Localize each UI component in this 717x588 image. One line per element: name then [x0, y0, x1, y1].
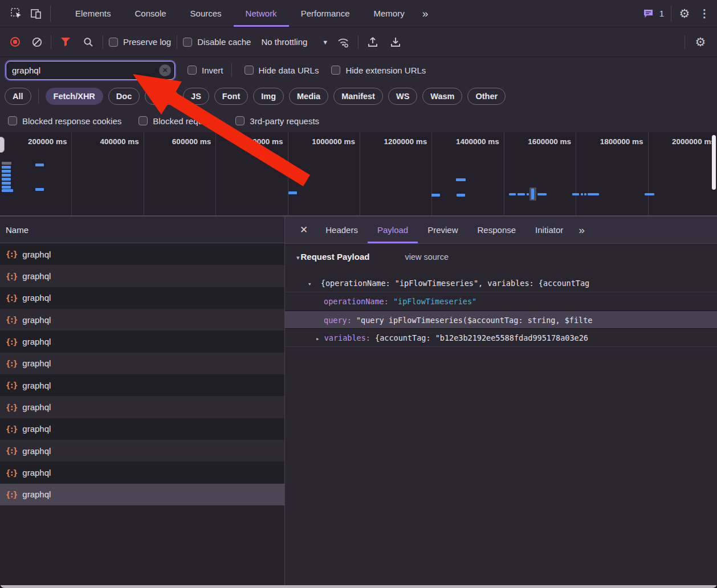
- panel-tab[interactable]: Elements: [63, 0, 123, 27]
- request-row[interactable]: {:} graphql: [0, 440, 284, 462]
- timeline-scrollbar-thumb[interactable]: [712, 135, 716, 190]
- detail-tabs: HeadersPayloadPreviewResponseInitiator: [316, 217, 573, 243]
- request-row[interactable]: {:} graphql: [0, 418, 284, 440]
- disable-cache-toggle[interactable]: Disable cache: [183, 37, 251, 47]
- hide-extension-urls-checkbox[interactable]: [331, 66, 340, 75]
- request-row[interactable]: {:} graphql: [0, 374, 284, 396]
- timeline-bar: [588, 193, 599, 195]
- panel-tab[interactable]: Sources: [178, 0, 234, 27]
- filter-toggle-button[interactable]: [57, 32, 74, 52]
- timeline-tick-label: 1600000 ms: [504, 132, 576, 215]
- request-row[interactable]: {:} graphql: [0, 396, 284, 418]
- detail-tab[interactable]: Preview: [418, 217, 467, 243]
- request-type-chip[interactable]: JS: [183, 88, 209, 105]
- request-details-panel: ✕ HeadersPayloadPreviewResponseInitiator…: [285, 217, 717, 588]
- record-network-log-button[interactable]: [10, 37, 20, 47]
- detail-tab[interactable]: Payload: [368, 217, 418, 243]
- request-row[interactable]: {:} graphql: [0, 265, 284, 287]
- request-row[interactable]: {:} graphql: [0, 309, 284, 330]
- hide-data-urls-toggle[interactable]: Hide data URLs: [245, 66, 319, 75]
- json-object-icon: {:}: [6, 359, 17, 368]
- hide-extension-urls-toggle[interactable]: Hide extension URLs: [331, 66, 426, 75]
- invert-filter-toggle[interactable]: Invert: [188, 66, 223, 75]
- payload-query-row[interactable]: query: "query ipFlowTimeseries($accountT…: [285, 311, 717, 329]
- gear-icon: ⚙: [695, 36, 706, 48]
- blocked-requests-toggle[interactable]: Blocked requests: [138, 116, 218, 126]
- close-details-button[interactable]: ✕: [292, 217, 316, 243]
- hide-data-urls-checkbox[interactable]: [245, 66, 254, 75]
- request-type-chip[interactable]: Other: [467, 88, 506, 105]
- request-type-chip[interactable]: Wasm: [422, 88, 462, 105]
- request-type-chip[interactable]: Manifest: [333, 88, 383, 105]
- customize-devtools-button[interactable]: ⋮: [698, 4, 711, 23]
- invert-checkbox[interactable]: [188, 66, 197, 75]
- panel-tab[interactable]: Network: [234, 0, 289, 27]
- third-party-checkbox[interactable]: [235, 116, 245, 125]
- request-type-chip[interactable]: Fetch/XHR: [46, 88, 103, 105]
- third-party-toggle[interactable]: 3rd-party requests: [235, 116, 319, 126]
- import-har-button[interactable]: [364, 32, 381, 52]
- issues-button[interactable]: [641, 4, 656, 23]
- kebab-menu-icon: ⋮: [699, 7, 710, 20]
- json-object-icon: {:}: [6, 250, 17, 259]
- inspect-element-button[interactable]: [7, 4, 26, 23]
- name-column-header[interactable]: Name: [0, 217, 284, 243]
- blocked-requests-checkbox[interactable]: [138, 116, 148, 125]
- request-type-chip[interactable]: Doc: [108, 88, 140, 105]
- throttling-select[interactable]: No throttling ▼: [261, 37, 328, 47]
- request-row[interactable]: {:} graphql: [0, 243, 284, 265]
- timeline-bar: [35, 164, 44, 166]
- timeline-bar: [288, 191, 297, 194]
- view-source-link[interactable]: view source: [405, 252, 449, 262]
- payload-operation-row[interactable]: operationName: "ipFlowTimeseries": [285, 292, 717, 311]
- request-type-chip[interactable]: Media: [289, 88, 328, 105]
- timeline-left-grip[interactable]: [0, 137, 5, 153]
- detail-tab[interactable]: Response: [468, 217, 526, 243]
- timeline-bar: [2, 170, 11, 173]
- request-row[interactable]: {:} graphql: [0, 484, 284, 505]
- chip-all[interactable]: All: [5, 88, 31, 105]
- request-type-chip[interactable]: Img: [253, 88, 284, 105]
- blocked-cookies-checkbox[interactable]: [8, 116, 17, 125]
- timeline-track[interactable]: 200000 ms400000 ms600000 ms800000 ms1000…: [0, 132, 717, 217]
- detail-tab[interactable]: Headers: [316, 217, 368, 243]
- network-settings-button[interactable]: ⚙: [691, 32, 710, 52]
- payload-variables-row[interactable]: ▸variables: {accountTag: "b12e3b2192ee55…: [285, 329, 717, 347]
- payload-value: {accountTag: "b12e3b2192ee5588fdad995178…: [375, 333, 588, 342]
- clear-filter-button[interactable]: ✕: [159, 64, 171, 76]
- disable-cache-label: Disable cache: [197, 37, 251, 47]
- network-conditions-button[interactable]: [334, 32, 352, 52]
- preserve-log-toggle[interactable]: Preserve log: [109, 37, 171, 47]
- preserve-log-checkbox[interactable]: [109, 38, 118, 47]
- toolbar-divider: [231, 63, 232, 77]
- export-har-button[interactable]: [387, 32, 404, 52]
- request-row[interactable]: {:} graphql: [0, 353, 284, 374]
- payload-root-node[interactable]: ▾ {operationName: "ipFlowTimeseries", va…: [285, 274, 717, 292]
- request-type-chip[interactable]: CSS: [145, 88, 178, 105]
- more-tabs-button[interactable]: »: [417, 7, 434, 20]
- request-type-chip[interactable]: Font: [214, 88, 248, 105]
- request-row[interactable]: {:} graphql: [0, 287, 284, 309]
- panel-tab[interactable]: Console: [123, 0, 178, 27]
- request-type-chip[interactable]: WS: [388, 88, 417, 105]
- toolbar-divider: [51, 35, 51, 49]
- colon-separator: :: [347, 316, 356, 325]
- device-toolbar-icon: [30, 7, 42, 20]
- more-detail-tabs-button[interactable]: »: [573, 217, 590, 243]
- filter-input[interactable]: [12, 66, 155, 75]
- disable-cache-checkbox[interactable]: [183, 38, 192, 47]
- panel-tab[interactable]: Performance: [289, 0, 362, 27]
- request-row[interactable]: {:} graphql: [0, 330, 284, 352]
- request-row[interactable]: {:} graphql: [0, 462, 284, 483]
- panel-tab[interactable]: Memory: [362, 0, 417, 27]
- detail-tab[interactable]: Initiator: [525, 217, 573, 243]
- blocked-cookies-toggle[interactable]: Blocked response cookies: [8, 116, 121, 126]
- timeline-bar: [2, 166, 11, 169]
- request-payload-section[interactable]: ▾ Request Payload view source: [285, 252, 717, 271]
- payload-string-value: "ipFlowTimeseries": [393, 297, 476, 306]
- clear-network-log-button[interactable]: [29, 32, 45, 52]
- request-name: graphql: [22, 402, 51, 412]
- device-toolbar-button[interactable]: [26, 4, 46, 23]
- search-button[interactable]: [80, 32, 97, 52]
- settings-button[interactable]: ⚙: [675, 4, 694, 23]
